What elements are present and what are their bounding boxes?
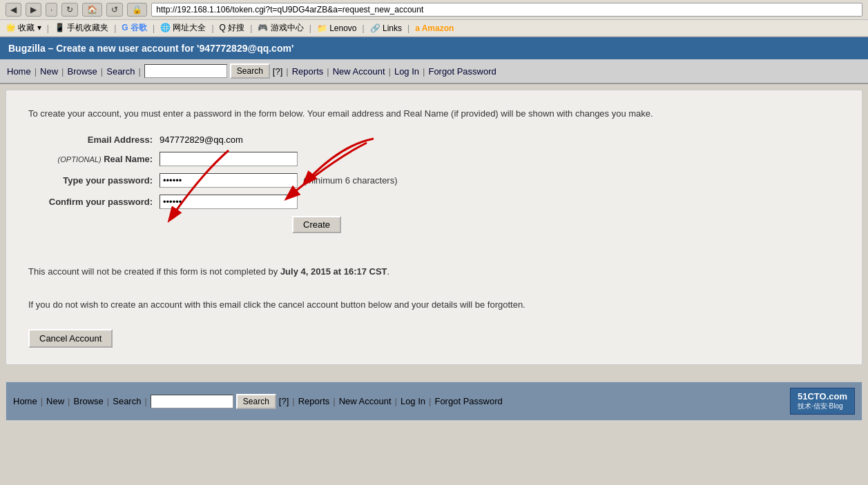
address-input[interactable] (151, 3, 862, 17)
footer-search[interactable]: Search (113, 396, 141, 406)
footer-new-account[interactable]: New Account (339, 396, 392, 406)
bookmark-google[interactable]: G 谷歌 (122, 22, 147, 34)
nav-login[interactable]: Log In (394, 66, 419, 77)
back2-button[interactable]: ↺ (106, 3, 123, 17)
search-button[interactable]: Search (230, 63, 270, 79)
email-row: Email Address: 947772829@qq.com (28, 135, 840, 145)
nav-search[interactable]: Search (106, 66, 135, 77)
nav-new-account[interactable]: New Account (333, 66, 385, 77)
main-nav: Home | New | Browse | Search | Search [?… (0, 59, 868, 84)
nav-browse[interactable]: Browse (67, 66, 97, 77)
nav-help[interactable]: [?] (273, 66, 282, 77)
password-label: Type your password: (28, 175, 153, 186)
notice-text-1: This account will not be created if this… (28, 265, 840, 279)
search-input[interactable] (144, 64, 227, 78)
password-row: Type your password: (minimum 6 character… (28, 173, 840, 188)
bookmark-mobile[interactable]: 📱 手机收藏夹 (55, 22, 108, 34)
address-bar (151, 3, 862, 17)
bookmark-lenovo[interactable]: 📁 Lenovo (317, 23, 357, 33)
nav-forgot[interactable]: Forgot Password (428, 66, 496, 77)
realname-input[interactable] (160, 152, 298, 166)
footer-nav: Home | New | Browse | Search | Search [?… (6, 382, 862, 421)
footer-forgot[interactable]: Forgot Password (434, 396, 502, 406)
email-value: 947772829@qq.com (160, 135, 243, 145)
separator-btn: · (46, 3, 57, 17)
page-title: Bugzilla – Create a new user account for… (8, 43, 293, 54)
nav-reports[interactable]: Reports (292, 66, 324, 77)
footer-new[interactable]: New (46, 396, 64, 406)
email-label: Email Address: (28, 135, 153, 145)
home-button[interactable]: 🏠 (82, 3, 102, 17)
footer-search-button[interactable]: Search (236, 394, 276, 409)
password-input[interactable] (160, 173, 298, 188)
page-header: Bugzilla – Create a new user account for… (0, 37, 868, 59)
create-button[interactable]: Create (292, 216, 341, 233)
footer-home[interactable]: Home (13, 396, 37, 406)
confirm-input[interactable] (160, 195, 298, 209)
confirm-label: Confirm your password: (28, 197, 153, 207)
main-content: To create your account, you must enter a… (6, 90, 862, 365)
footer-search-input[interactable] (151, 395, 233, 408)
notice-text-2: If you do not wish to create an account … (28, 298, 840, 313)
footer-login[interactable]: Log In (401, 396, 425, 406)
forward-button[interactable]: ▶ (26, 3, 41, 17)
intro-text: To create your account, you must enter a… (28, 107, 840, 121)
footer-reports[interactable]: Reports (298, 396, 330, 406)
bookmark-search[interactable]: Q 好搜 (220, 22, 245, 34)
security-icon: 🔒 (127, 3, 147, 17)
bookmark-links[interactable]: 🔗 Links (370, 23, 402, 33)
watermark-badge: 51CTO.com 技术·信安·Blog (790, 388, 855, 415)
bookmark-games[interactable]: 🎮 游戏中心 (258, 22, 303, 34)
account-form: Email Address: 947772829@qq.com (OPTIONA… (28, 135, 840, 233)
footer-browse[interactable]: Browse (73, 396, 103, 406)
realname-label: (OPTIONAL) Real Name: (28, 154, 153, 164)
cancel-account-button[interactable]: Cancel Account (28, 329, 113, 348)
refresh-button[interactable]: ↻ (61, 3, 78, 17)
nav-home[interactable]: Home (7, 66, 31, 77)
bookmark-star[interactable]: 🌟 收藏 ▾ (6, 22, 41, 34)
confirm-row: Confirm your password: (28, 195, 840, 209)
create-row: Create (28, 216, 840, 233)
nav-new[interactable]: New (40, 66, 58, 77)
bookmark-amazon[interactable]: a Amazon (415, 23, 454, 33)
bookmark-nav[interactable]: 🌐 网址大全 (160, 22, 206, 34)
bookmarks-bar: 🌟 收藏 ▾ | 📱 手机收藏夹 | G 谷歌 | 🌐 网址大全 | Q 好搜 … (0, 20, 868, 37)
password-hint: (minimum 6 characters) (303, 175, 398, 186)
realname-row: (OPTIONAL) Real Name: (28, 152, 840, 166)
expiry-date: July 4, 2015 at 16:17 CST (280, 266, 387, 277)
footer-help[interactable]: [?] (279, 396, 289, 406)
back-button[interactable]: ◀ (6, 3, 21, 17)
